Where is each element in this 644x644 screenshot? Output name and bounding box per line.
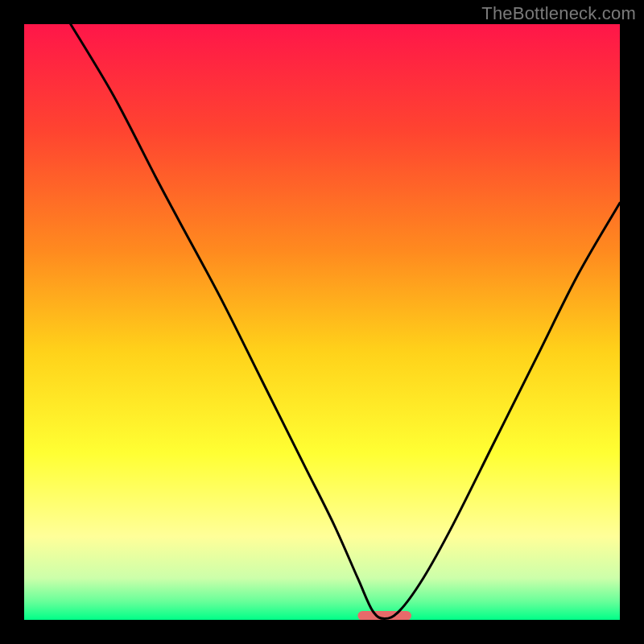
chart-stage: TheBottleneck.com [0, 0, 644, 644]
bottleneck-plot [0, 0, 644, 644]
gradient-background [24, 24, 620, 620]
watermark-text: TheBottleneck.com [481, 3, 636, 24]
